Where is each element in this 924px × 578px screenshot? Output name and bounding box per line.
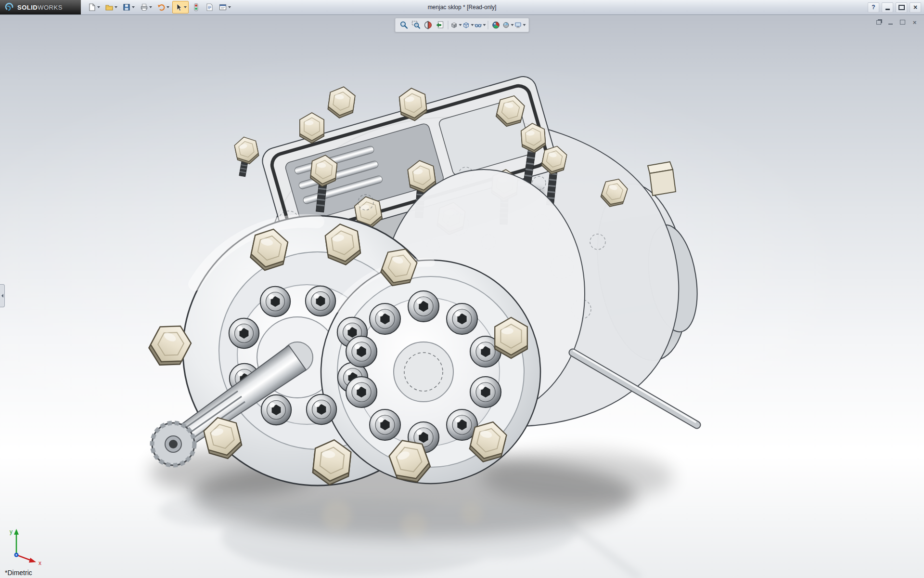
3ds-logo-icon (5, 2, 14, 12)
save-button[interactable] (120, 1, 137, 13)
dropdown-caret[interactable] (511, 24, 514, 26)
dropdown-caret[interactable] (523, 24, 526, 26)
select-cursor-icon (174, 3, 183, 12)
view-orientation-button[interactable] (450, 19, 462, 31)
brand-text: SOLIDWORKS (17, 4, 63, 11)
save-icon (122, 3, 131, 12)
graphics-viewport[interactable]: × y x *Dimetric (0, 14, 924, 578)
open-button[interactable] (103, 1, 119, 13)
featuremanager-collapsed-tab[interactable] (0, 284, 5, 307)
titlebar: SOLIDWORKS (0, 0, 924, 15)
solidworks-logo: SOLIDWORKS (0, 0, 81, 14)
dropdown-caret[interactable] (228, 6, 231, 8)
document-close-button[interactable]: × (910, 18, 919, 26)
close-window-icon: × (913, 19, 917, 26)
close-button[interactable]: × (910, 2, 921, 13)
file-properties-icon (205, 3, 214, 12)
view-orientation-label: *Dimetric (5, 569, 32, 577)
document-minimize-button[interactable] (886, 18, 895, 26)
new-document-button[interactable] (86, 1, 102, 13)
open-folder-icon (105, 3, 114, 12)
toolbar-separator (488, 21, 488, 29)
appearance-ball-icon (491, 20, 501, 30)
rebuild-stoplight-icon (192, 3, 200, 12)
dropdown-caret[interactable] (167, 6, 169, 8)
axis-x-label: x (38, 560, 41, 566)
zoom-to-fit-button[interactable] (398, 19, 410, 31)
close-icon: × (913, 4, 917, 11)
document-maximize-button[interactable] (898, 18, 907, 26)
print-button[interactable] (138, 1, 154, 13)
dropdown-caret[interactable] (149, 6, 152, 8)
minimize-icon (886, 9, 890, 10)
dropdown-caret[interactable] (184, 6, 187, 8)
maximize-button[interactable] (896, 2, 907, 13)
view-settings-button[interactable] (514, 19, 526, 31)
headsup-view-toolbar (395, 18, 529, 32)
display-style-icon (462, 20, 470, 30)
section-view-button[interactable] (423, 19, 434, 31)
options-icon (218, 3, 227, 12)
rebuild-button[interactable] (190, 1, 202, 13)
document-window-controls: × (874, 18, 919, 26)
window-controls: ? × (868, 0, 921, 14)
edit-appearance-button[interactable] (490, 19, 502, 31)
help-icon: ? (872, 4, 875, 11)
main-toolbar (86, 1, 233, 13)
new-document-icon (88, 3, 96, 12)
dropdown-caret[interactable] (459, 24, 462, 26)
select-button[interactable] (172, 1, 189, 13)
dropdown-caret[interactable] (483, 24, 486, 26)
dropdown-caret[interactable] (115, 6, 117, 8)
section-view-icon (424, 20, 433, 30)
toolbar-separator (448, 21, 449, 29)
previous-view-button[interactable] (435, 19, 446, 31)
help-button[interactable]: ? (868, 2, 879, 13)
view-orientation-cube-icon (450, 20, 458, 30)
display-style-button[interactable] (462, 19, 474, 31)
eyeglasses-icon (475, 20, 482, 30)
dropdown-caret[interactable] (97, 6, 100, 8)
dropdown-caret[interactable] (471, 24, 474, 26)
undo-button[interactable] (155, 1, 171, 13)
restore-window-icon (876, 20, 881, 25)
apply-scene-button[interactable] (502, 19, 514, 31)
maximize-window-icon (900, 20, 905, 25)
document-restore-button[interactable] (874, 18, 883, 26)
file-properties-button[interactable] (203, 1, 216, 13)
apply-scene-icon (502, 20, 510, 30)
undo-icon (157, 3, 166, 12)
previous-view-icon (436, 20, 445, 30)
view-settings-icon (514, 20, 522, 30)
reference-triad: y x (6, 525, 49, 566)
dropdown-caret[interactable] (132, 6, 135, 8)
hide-show-items-button[interactable] (475, 19, 486, 31)
axis-y-label: y (10, 528, 13, 535)
options-button[interactable] (217, 1, 233, 13)
maximize-icon (898, 5, 905, 10)
minimize-window-icon (888, 24, 893, 25)
zoom-to-area-button[interactable] (411, 19, 422, 31)
zoom-to-area-icon (411, 20, 421, 30)
minimize-button[interactable] (882, 2, 893, 13)
print-icon (140, 3, 148, 12)
3d-model-gearbox[interactable] (0, 14, 924, 578)
zoom-to-fit-icon (399, 20, 409, 30)
